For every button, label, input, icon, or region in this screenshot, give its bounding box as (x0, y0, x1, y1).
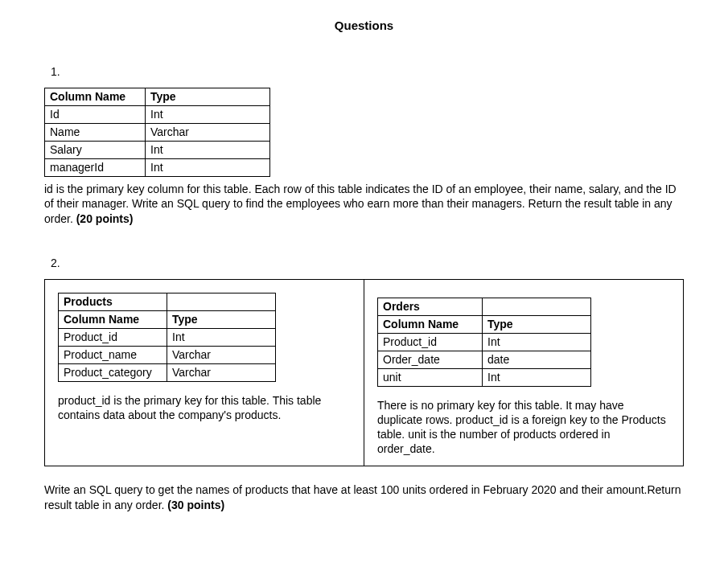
cell (167, 294, 276, 311)
q2-number: 2. (51, 256, 684, 271)
table-row: Product_name Varchar (59, 346, 276, 363)
q1-number: 1. (51, 64, 684, 80)
cell: Int (146, 106, 270, 124)
cell: unit (378, 368, 483, 386)
cell: Varchar (167, 346, 276, 363)
header-cell: Column Name (45, 88, 146, 106)
header-cell: Type (146, 88, 270, 106)
q2-points: (30 points) (167, 499, 224, 511)
cell: Product_category (59, 363, 167, 381)
orders-schema-table: Orders Column Name Type Product_id Int O… (377, 298, 591, 386)
header-cell: Column Name (378, 316, 483, 334)
q2-tables-container: Products Column Name Type Product_id Int… (44, 279, 684, 466)
cell: Varchar (146, 123, 270, 141)
table-row: managerId Int (45, 158, 270, 176)
table-row: Column Name Type (378, 316, 591, 334)
products-description: product_id is the primary key for this t… (58, 393, 351, 422)
cell: Product_id (378, 333, 483, 351)
cell: Order_date (378, 351, 483, 368)
cell: Int (167, 328, 276, 346)
q1-schema-table: Column Name Type Id Int Name Varchar Sal… (44, 88, 270, 176)
header-cell: Type (167, 311, 276, 329)
header-cell: Column Name (59, 311, 167, 329)
table-row: Product_category Varchar (59, 363, 276, 381)
cell: Int (483, 368, 591, 386)
cell: Name (45, 123, 146, 141)
orders-panel: Orders Column Name Type Product_id Int O… (364, 280, 683, 466)
title-cell: Products (59, 294, 167, 311)
table-row: Salary Int (45, 141, 270, 158)
title-cell: Orders (378, 298, 483, 316)
q1-description: id is the primary key column for this ta… (44, 182, 684, 228)
cell: Int (146, 141, 270, 158)
cell: Salary (45, 141, 146, 158)
page-title: Questions (44, 18, 684, 34)
cell: Int (146, 158, 270, 176)
q2-description: Write an SQL query to get the names of p… (44, 482, 684, 513)
table-row: unit Int (378, 368, 591, 386)
table-row: Order_date date (378, 351, 591, 368)
cell: Id (45, 106, 146, 124)
table-row: Product_id Int (378, 333, 591, 351)
header-cell: Type (483, 316, 591, 334)
table-row: Id Int (45, 106, 270, 124)
table-row: Orders (378, 298, 591, 316)
table-row: Column Name Type (59, 311, 276, 329)
cell (483, 298, 591, 316)
orders-description: There is no primary key for this table. … (377, 398, 670, 457)
cell: Product_id (59, 328, 167, 346)
table-row: Product_id Int (59, 328, 276, 346)
q2-body-text: Write an SQL query to get the names of p… (44, 483, 681, 511)
cell: date (483, 351, 591, 368)
products-panel: Products Column Name Type Product_id Int… (45, 280, 364, 466)
q1-body-text: id is the primary key column for this ta… (44, 183, 677, 226)
table-row: Column Name Type (45, 88, 270, 106)
cell: managerId (45, 158, 146, 176)
table-row: Products (59, 294, 276, 311)
cell: Product_name (59, 346, 167, 363)
table-row: Name Varchar (45, 123, 270, 141)
cell: Int (483, 333, 591, 351)
products-schema-table: Products Column Name Type Product_id Int… (58, 293, 276, 381)
q1-points: (20 points) (76, 212, 134, 225)
cell: Varchar (167, 363, 276, 381)
